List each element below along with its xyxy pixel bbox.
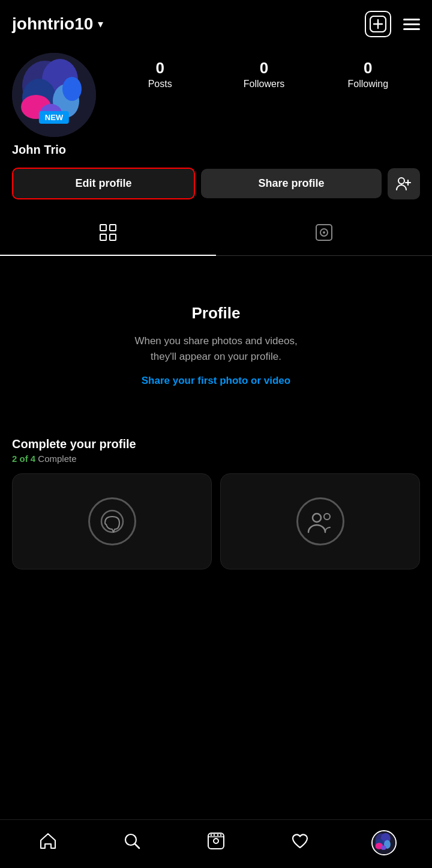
svg-point-30 bbox=[214, 834, 215, 836]
profile-name: John Trio bbox=[12, 143, 66, 156]
heart-icon bbox=[291, 832, 309, 854]
nav-profile[interactable] bbox=[366, 830, 402, 856]
hamburger-line bbox=[403, 28, 420, 30]
stats-row: 0 Posts 0 Followers 0 Following bbox=[108, 53, 420, 90]
following-count: 0 bbox=[364, 59, 372, 77]
tab-grid[interactable] bbox=[0, 214, 216, 255]
share-profile-button[interactable]: Share profile bbox=[201, 169, 382, 198]
new-post-button[interactable] bbox=[365, 11, 391, 37]
progress-count: 2 of 4 bbox=[12, 454, 35, 464]
complete-profile-section: Complete your profile 2 of 4 Complete bbox=[0, 423, 432, 569]
complete-card-follow[interactable] bbox=[220, 473, 420, 569]
svg-point-20 bbox=[323, 231, 325, 234]
posts-stat[interactable]: 0 Posts bbox=[130, 59, 190, 90]
hamburger-line bbox=[403, 23, 420, 25]
svg-rect-15 bbox=[110, 225, 116, 231]
empty-profile-section: Profile When you share photos and videos… bbox=[0, 256, 432, 423]
followers-label: Followers bbox=[244, 79, 284, 90]
nav-activity[interactable] bbox=[282, 830, 318, 856]
search-icon bbox=[123, 832, 141, 854]
svg-rect-14 bbox=[100, 225, 106, 231]
complete-cards-row bbox=[12, 473, 420, 569]
following-stat[interactable]: 0 Following bbox=[338, 59, 398, 90]
progress-suffix: Complete bbox=[35, 454, 76, 464]
followers-count: 0 bbox=[260, 59, 268, 77]
bottom-spacer bbox=[0, 569, 432, 630]
svg-rect-16 bbox=[100, 234, 106, 240]
header: johntrio10 ▾ bbox=[0, 0, 432, 43]
followers-stat[interactable]: 0 Followers bbox=[234, 59, 294, 90]
hamburger-line bbox=[403, 19, 420, 20]
nav-home[interactable] bbox=[30, 830, 66, 856]
profile-avatar-nav bbox=[371, 830, 397, 855]
posts-count: 0 bbox=[155, 59, 164, 77]
empty-profile-title: Profile bbox=[192, 304, 241, 323]
svg-point-23 bbox=[324, 514, 330, 520]
action-buttons: Edit profile Share profile bbox=[12, 168, 420, 199]
hamburger-menu-button[interactable] bbox=[403, 19, 420, 30]
avatar-container: NEW bbox=[12, 53, 96, 137]
username-label[interactable]: johntrio10 bbox=[12, 14, 93, 34]
message-icon bbox=[88, 497, 136, 545]
posts-label: Posts bbox=[148, 79, 172, 90]
svg-point-39 bbox=[381, 846, 386, 850]
svg-point-27 bbox=[214, 839, 218, 843]
svg-point-32 bbox=[220, 834, 222, 836]
avatar[interactable] bbox=[12, 53, 96, 137]
edit-profile-button[interactable]: Edit profile bbox=[12, 168, 195, 199]
svg-rect-17 bbox=[110, 234, 116, 240]
following-label: Following bbox=[348, 79, 389, 90]
complete-profile-title: Complete your profile bbox=[12, 437, 420, 451]
tagged-icon bbox=[315, 223, 333, 246]
home-icon bbox=[39, 832, 57, 854]
tab-tagged[interactable] bbox=[216, 214, 432, 255]
grid-icon bbox=[99, 223, 117, 246]
reels-icon bbox=[207, 832, 225, 854]
svg-point-22 bbox=[313, 514, 321, 522]
svg-point-31 bbox=[217, 834, 219, 836]
add-person-button[interactable] bbox=[388, 168, 420, 199]
svg-line-25 bbox=[135, 844, 139, 848]
header-right bbox=[365, 11, 420, 37]
nav-search[interactable] bbox=[114, 830, 150, 856]
new-badge: NEW bbox=[39, 111, 69, 124]
empty-profile-description: When you share photos and videos,they'll… bbox=[134, 333, 297, 364]
profile-section: NEW 0 Posts 0 Followers 0 Following John… bbox=[0, 43, 432, 199]
complete-card-message[interactable] bbox=[12, 473, 212, 569]
header-left: johntrio10 ▾ bbox=[12, 14, 103, 34]
nav-reels[interactable] bbox=[198, 830, 234, 856]
follow-people-icon bbox=[296, 497, 344, 545]
svg-point-10 bbox=[62, 77, 82, 101]
svg-point-11 bbox=[398, 178, 404, 184]
bottom-navigation bbox=[0, 819, 432, 868]
tabs-row bbox=[0, 214, 432, 256]
complete-profile-progress: 2 of 4 Complete bbox=[12, 454, 420, 464]
profile-top: NEW 0 Posts 0 Followers 0 Following bbox=[12, 53, 420, 137]
share-first-photo-link[interactable]: Share your first photo or video bbox=[142, 375, 290, 387]
username-dropdown-icon[interactable]: ▾ bbox=[98, 17, 103, 31]
svg-point-29 bbox=[211, 834, 212, 836]
